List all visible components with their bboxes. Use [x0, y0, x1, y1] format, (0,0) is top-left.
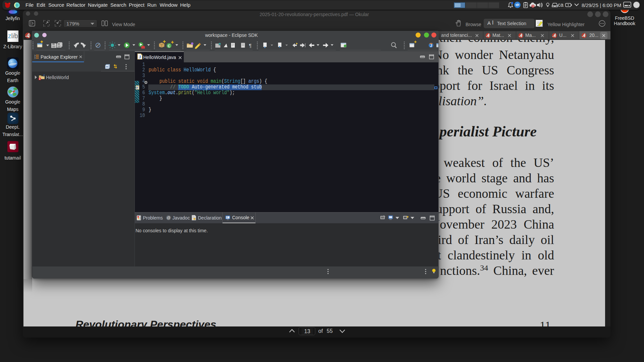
svg-text:J: J [430, 44, 432, 48]
svg-text:J: J [43, 74, 45, 77]
svg-text:C: C [168, 44, 170, 48]
svg-text:?: ? [532, 5, 534, 8]
svg-text:¶: ¶ [249, 43, 252, 48]
svg-text:J: J [139, 54, 141, 59]
